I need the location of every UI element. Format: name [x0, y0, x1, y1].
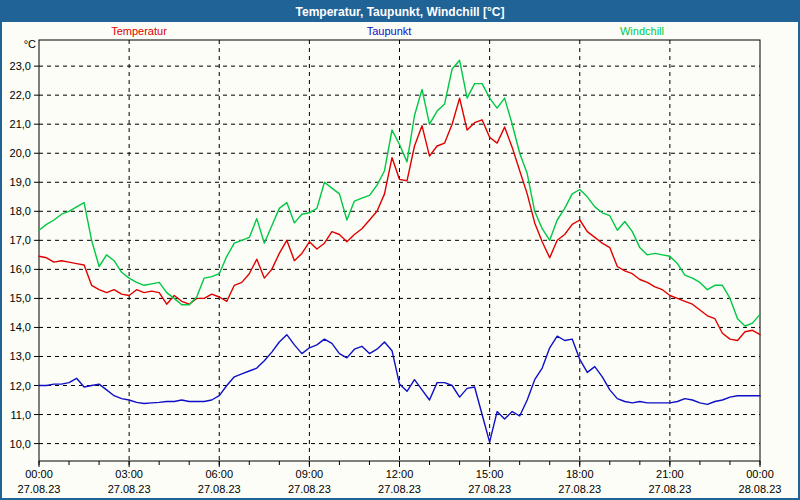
y-axis-tick-label: 10,0	[10, 438, 31, 450]
y-axis-tick-label: 22,0	[10, 89, 31, 101]
x-axis-date-label: 27.08.23	[648, 483, 691, 495]
x-axis-time-label: 15:00	[476, 468, 504, 480]
y-axis-tick-label: 17,0	[10, 234, 31, 246]
line-chart: 23,022,021,020,019,018,017,016,015,014,0…	[2, 2, 798, 498]
x-axis-time-label: 06:00	[205, 468, 233, 480]
y-axis-tick-label: 14,0	[10, 321, 31, 333]
y-axis-tick-label: 18,0	[10, 205, 31, 217]
y-axis-tick-label: 21,0	[10, 118, 31, 130]
x-axis-time-label: 00:00	[746, 468, 774, 480]
chart-window: Temperatur, Taupunkt, Windchill [°C] Tem…	[0, 0, 800, 500]
y-axis-tick-label: 13,0	[10, 350, 31, 362]
x-axis-date-label: 27.08.23	[378, 483, 421, 495]
y-axis-tick-label: 20,0	[10, 147, 31, 159]
y-axis-tick-label: 11,0	[10, 409, 31, 421]
x-axis-date-label: 27.08.23	[288, 483, 331, 495]
x-axis-time-label: 09:00	[296, 468, 324, 480]
y-axis-tick-label: 23,0	[10, 60, 31, 72]
x-axis-date-label: 27.08.23	[18, 483, 61, 495]
x-axis-date-label: 27.08.23	[468, 483, 511, 495]
y-axis-tick-label: 16,0	[10, 263, 31, 275]
y-axis-tick-label: 12,0	[10, 380, 31, 392]
y-axis-tick-label: 15,0	[10, 292, 31, 304]
x-axis-time-label: 03:00	[115, 468, 143, 480]
x-axis-time-label: 12:00	[386, 468, 414, 480]
x-axis-time-label: 00:00	[25, 468, 53, 480]
x-axis-time-label: 18:00	[566, 468, 594, 480]
x-axis-date-label: 27.08.23	[108, 483, 151, 495]
x-axis-date-label: 27.08.23	[198, 483, 241, 495]
y-axis-tick-label: 19,0	[10, 176, 31, 188]
x-axis-date-label: 28.08.23	[739, 483, 782, 495]
x-axis-date-label: 27.08.23	[558, 483, 601, 495]
x-axis-time-label: 21:00	[656, 468, 684, 480]
